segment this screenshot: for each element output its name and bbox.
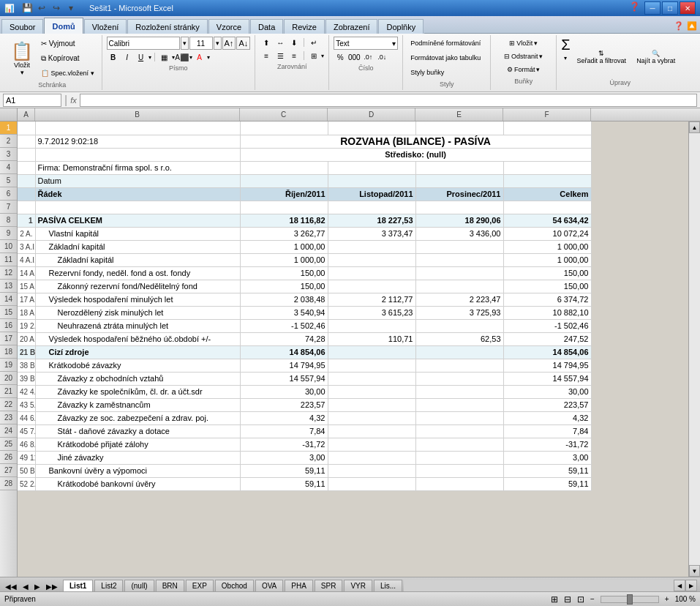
cell[interactable] <box>503 201 591 214</box>
cell[interactable]: 46 8. <box>18 438 35 451</box>
cell[interactable]: 59,11 <box>503 464 591 477</box>
cell[interactable]: 7,84 <box>240 424 328 438</box>
inc-decimal-btn[interactable]: .0↑ <box>361 51 375 63</box>
sum-dropdown[interactable]: ▾ <box>564 55 567 61</box>
align-left-btn[interactable]: ≡ <box>260 50 273 61</box>
cell[interactable]: 30,00 <box>240 385 328 398</box>
redo-qat-btn[interactable]: ↪ <box>50 1 63 15</box>
col-header-a[interactable]: A <box>18 108 35 121</box>
cell[interactable]: 14 794,95 <box>240 359 328 372</box>
sheet-tab-spr[interactable]: SPR <box>315 580 343 591</box>
row-header-22[interactable]: 22 <box>0 398 17 411</box>
font-shrink-btn[interactable]: A↓ <box>236 37 250 50</box>
dec-decimal-btn[interactable]: .0↓ <box>375 51 388 63</box>
cell[interactable] <box>328 464 415 477</box>
cell[interactable]: 14 854,06 <box>240 345 328 359</box>
cell[interactable]: Říjen/2011 <box>240 187 328 201</box>
cell[interactable]: 1 000,00 <box>240 240 328 253</box>
undo-qat-btn[interactable]: ↩ <box>35 1 48 15</box>
cell[interactable]: 14 854,06 <box>503 345 591 359</box>
cell[interactable]: 2 038,48 <box>240 293 328 306</box>
cell[interactable]: Prosinec/2011 <box>415 187 503 201</box>
cell[interactable]: -1 502,46 <box>240 319 328 332</box>
cell[interactable] <box>328 280 415 293</box>
row-header-8[interactable]: 8 <box>0 214 17 227</box>
row-header-26[interactable]: 26 <box>0 451 17 464</box>
cell[interactable]: 7,84 <box>503 424 591 438</box>
cell[interactable]: 17 A.IV. <box>18 293 35 306</box>
cell[interactable]: 1 000,00 <box>503 253 591 266</box>
vlozit-bunky-btn[interactable]: ⊞Vložit▾ <box>505 37 541 50</box>
cell[interactable]: 62,53 <box>415 332 503 345</box>
cell[interactable]: Listopad/2011 <box>328 187 415 201</box>
cell[interactable] <box>328 372 415 385</box>
maximize-btn[interactable]: □ <box>662 1 678 15</box>
zoom-minus-btn[interactable]: − <box>590 595 595 603</box>
view-normal-btn[interactable]: ⊞ <box>551 594 558 605</box>
cell[interactable]: ROZVAHA (BILANCE) - PASÍVA <box>240 135 591 148</box>
cell[interactable] <box>18 174 35 187</box>
sheet-tab-list1[interactable]: List1 <box>63 580 93 591</box>
cell[interactable]: -31,72 <box>503 438 591 451</box>
cell[interactable]: 20 A.V. <box>18 332 35 345</box>
help-btn[interactable]: ❓ <box>629 1 640 15</box>
cell[interactable]: 15 A.III.1. <box>18 280 35 293</box>
cell[interactable]: 150,00 <box>240 280 328 293</box>
cell[interactable]: 3 436,00 <box>415 227 503 240</box>
cell[interactable]: 42 4. <box>18 385 35 398</box>
cell[interactable]: 44 6. <box>18 411 35 424</box>
sheet-tab-pha[interactable]: PHA <box>285 580 313 591</box>
cell[interactable] <box>415 372 503 385</box>
merge-dropdown[interactable]: ▾ <box>321 53 324 59</box>
cell[interactable] <box>328 438 415 451</box>
cell[interactable]: 54 634,42 <box>503 214 591 227</box>
cell[interactable]: 14 557,94 <box>240 372 328 385</box>
odstranit-btn[interactable]: ⊟Odstranit▾ <box>500 50 547 63</box>
font-size-input[interactable] <box>189 37 213 50</box>
cell[interactable]: 223,57 <box>240 398 328 411</box>
col-header-b[interactable]: B <box>35 108 240 121</box>
cell[interactable] <box>240 121 328 135</box>
sheet-tab-vyr[interactable]: VYR <box>344 580 372 591</box>
cell[interactable] <box>240 174 328 187</box>
tab-data[interactable]: Data <box>250 19 283 34</box>
cell[interactable] <box>415 253 503 266</box>
cell[interactable]: Výsledek hospodaření běžného úč.období +… <box>35 332 240 345</box>
cell[interactable]: 3 540,94 <box>240 306 328 319</box>
row-header-17[interactable]: 17 <box>0 332 17 345</box>
cell[interactable] <box>415 464 503 477</box>
col-header-e[interactable]: E <box>415 108 503 121</box>
cell[interactable]: 223,57 <box>503 398 591 411</box>
tab-vlozeni[interactable]: Vložení <box>84 19 127 34</box>
cell[interactable]: Firma: Demonstrační firma spol. s r.o. <box>35 161 240 174</box>
sheet-nav-right[interactable]: ▶▶ <box>44 582 60 591</box>
cell[interactable] <box>328 174 415 187</box>
row-header-2[interactable]: 2 <box>0 135 17 148</box>
row-header-14[interactable]: 14 <box>0 293 17 306</box>
sheet-tab-null[interactable]: (null) <box>124 580 154 591</box>
row-header-18[interactable]: 18 <box>0 345 17 359</box>
cell[interactable] <box>328 240 415 253</box>
italic-btn[interactable]: I <box>121 51 134 63</box>
cell[interactable]: -1 502,46 <box>503 319 591 332</box>
fill-color-btn[interactable]: A⬛ <box>176 51 189 63</box>
cell[interactable] <box>18 135 35 148</box>
cell[interactable] <box>415 477 503 490</box>
cell[interactable]: 150,00 <box>503 266 591 280</box>
cell[interactable] <box>415 424 503 438</box>
cell[interactable]: 1 000,00 <box>503 240 591 253</box>
cell[interactable]: 10 882,10 <box>503 306 591 319</box>
cell[interactable] <box>415 240 503 253</box>
fill-dropdown[interactable]: ▾ <box>189 54 192 61</box>
cell[interactable] <box>328 266 415 280</box>
kopirovat-button[interactable]: ⧉ Kopírovat <box>38 52 97 65</box>
row-header-24[interactable]: 24 <box>0 424 17 438</box>
cell[interactable]: 1 000,00 <box>240 253 328 266</box>
sheet-tab-exp[interactable]: EXP <box>186 580 214 591</box>
scroll-up-btn[interactable]: ▲ <box>689 121 700 133</box>
cell[interactable]: Cizí zdroje <box>35 345 240 359</box>
percent-btn[interactable]: % <box>334 51 347 63</box>
cell[interactable] <box>415 398 503 411</box>
cell[interactable]: 18 A.IV.1. <box>18 306 35 319</box>
row-header-9[interactable]: 9 <box>0 227 17 240</box>
